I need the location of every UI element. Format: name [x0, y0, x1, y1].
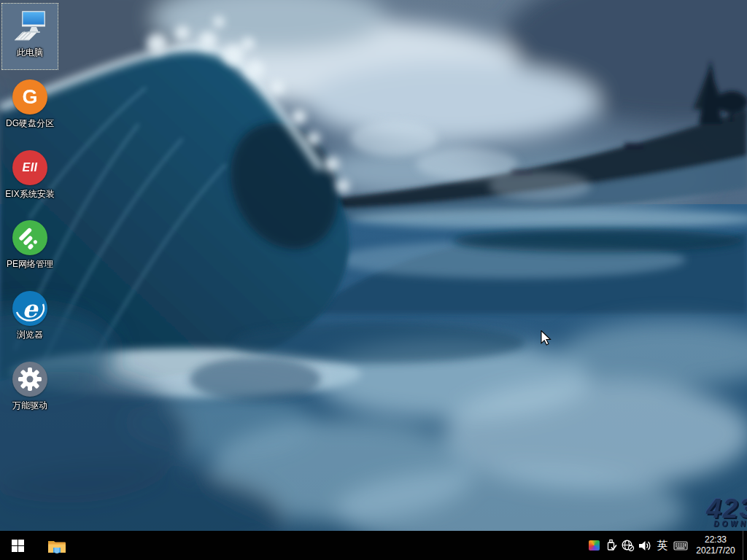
- windows-logo-icon: [12, 540, 24, 552]
- network-manager-icon: [12, 220, 47, 255]
- taskbar: 英 22:33 2021/7/20: [0, 531, 747, 560]
- desktop-icon-this-pc[interactable]: 此电脑: [1, 3, 58, 70]
- volume-icon[interactable]: [636, 531, 653, 560]
- eix-installer-icon: EII: [12, 150, 47, 185]
- file-explorer-button[interactable]: [41, 531, 73, 560]
- start-button[interactable]: [0, 531, 35, 560]
- browser-letter: e: [23, 297, 38, 321]
- browser-e-icon: e: [12, 291, 47, 326]
- gear-icon: [12, 362, 47, 397]
- ime-language-indicator[interactable]: 英: [653, 531, 672, 560]
- clock-time: 22:33: [692, 534, 740, 545]
- desktop-icon-label: 浏览器: [17, 330, 43, 340]
- eix-letters: EII: [22, 162, 37, 174]
- desktop-icon-browser[interactable]: e 浏览器: [1, 285, 58, 352]
- desktop-icon-eix-install[interactable]: EII EIX系统安装: [1, 144, 58, 211]
- show-desktop-button[interactable]: [743, 531, 747, 560]
- this-pc-icon: [12, 9, 47, 44]
- folder-icon: [47, 538, 66, 553]
- system-tray: 英 22:33 2021/7/20: [586, 531, 747, 560]
- wallpaper-ocean-wave[interactable]: [0, 0, 747, 560]
- desktop-icon-dg-partition[interactable]: G DG硬盘分区: [1, 74, 58, 141]
- desktop-icon-label: 万能驱动: [12, 400, 47, 411]
- diskgenius-icon: G: [12, 79, 47, 114]
- desktop: 此电脑 G DG硬盘分区 EII EIX系统安装: [0, 0, 747, 560]
- clock[interactable]: 22:33 2021/7/20: [689, 531, 743, 560]
- desktop-icon-pe-network[interactable]: PE网络管理: [1, 214, 58, 281]
- clock-date: 2021/7/20: [692, 545, 740, 556]
- desktop-icon-label: EIX系统安装: [5, 189, 54, 199]
- desktop-icon-label: DG硬盘分区: [6, 118, 54, 128]
- network-disconnected-icon[interactable]: [619, 531, 636, 560]
- desktop-icon-label: 此电脑: [17, 47, 43, 58]
- usb-safe-remove-icon[interactable]: [603, 531, 619, 560]
- touch-keyboard-icon[interactable]: [672, 531, 689, 560]
- display-color-icon[interactable]: [586, 531, 603, 560]
- diskgenius-letter: G: [22, 88, 37, 107]
- desktop-icon-universal-driver[interactable]: 万能驱动: [1, 356, 58, 423]
- desktop-icon-label: PE网络管理: [7, 259, 53, 269]
